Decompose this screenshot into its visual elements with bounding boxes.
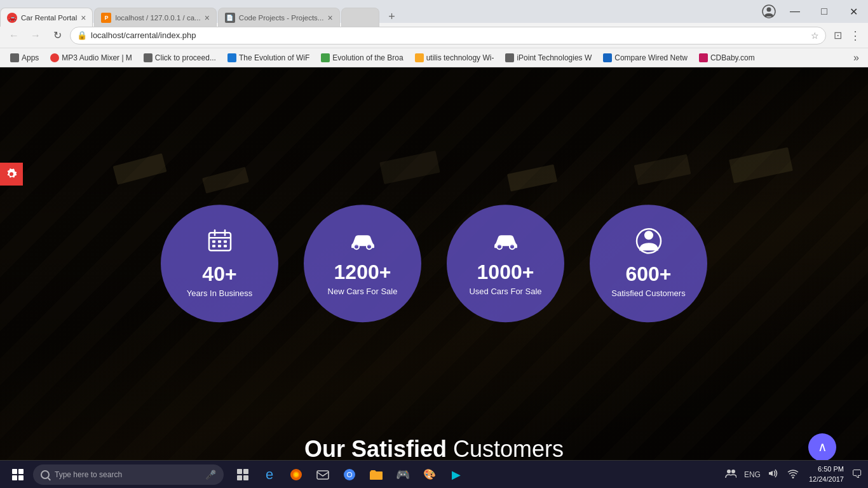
bookmark-favicon-ipoint [505,53,514,62]
taskbar-network-icon[interactable] [722,467,739,482]
bookmarks-more-button[interactable]: » [850,51,863,65]
back-button[interactable]: ← [5,27,23,44]
svg-point-16 [644,231,653,240]
svg-point-32 [792,477,794,478]
address-bar-actions: ⊡ ⋮ [830,28,863,43]
bookmark-click[interactable]: Click to proceed... [139,52,221,64]
firefox-icon [289,468,303,482]
tab-favicon-1: 🚗 [7,13,17,23]
svg-point-14 [497,245,502,250]
stat-used-cars: 1000+ Used Cars For Sale [447,205,564,322]
tab-code-projects[interactable]: 📄 Code Projects - Projects... × [218,8,340,27]
close-button[interactable]: ✕ [839,0,868,23]
svg-point-28 [348,473,351,477]
bookmark-compare[interactable]: Compare Wired Netw [598,52,693,64]
new-tab-button[interactable]: + [383,8,401,25]
profile-button[interactable] [757,0,780,23]
notification-button[interactable]: 🗨 [851,468,863,481]
chrome-button[interactable] [338,463,361,486]
scroll-to-top-button[interactable]: ∧ [808,433,836,461]
mail-button[interactable] [311,463,334,486]
mail-icon [316,468,330,482]
chevron-up-icon: ∧ [818,440,827,453]
cast-icon[interactable]: ⊡ [830,28,845,43]
windows-icon [12,469,24,480]
bookmark-label-utilis: utilis technology Wi- [426,53,494,62]
reload-button[interactable]: ↻ [48,27,66,44]
bookmark-favicon-cdbaby [699,53,708,62]
tab-localhost[interactable]: P localhost / 127.0.0.1 / ca... × [94,8,216,27]
maximize-button[interactable]: □ [810,0,839,23]
edge-browser-button[interactable]: e [258,463,281,486]
game-button[interactable]: 🎮 [391,463,414,486]
used-car-icon [492,230,520,257]
stat-label-used-cars: Used Cars For Sale [469,287,541,297]
bookmark-cdbaby[interactable]: CDBaby.com [694,52,760,64]
svg-point-12 [354,245,359,250]
website: 40+ Years In Business 1200+ [0,67,868,488]
menu-icon[interactable]: ⋮ [848,28,863,43]
taskbar-search-box[interactable]: Type here to search 🎤 [33,464,224,485]
tab-close-2[interactable]: × [205,13,210,23]
stat-new-cars: 1200+ New Cars For Sale [304,205,421,322]
tab-bar: 🚗 Car Rental Portal × P localhost / 127.… [0,0,757,23]
bookmark-wifi1[interactable]: The Evolution of WiF [222,52,315,64]
svg-rect-7 [218,241,221,243]
bookmark-utilis[interactable]: utilis technology Wi- [410,52,499,64]
bookmark-ipoint[interactable]: iPoint Technologies W [500,52,597,64]
bookmark-star-icon[interactable]: ☆ [811,30,819,41]
forward-button[interactable]: → [27,27,44,44]
tab-favicon-3: 📄 [225,13,235,23]
stat-number-new-cars: 1200+ [334,262,391,284]
speaker-icon [768,468,780,478]
photoshop-button[interactable]: 🎨 [418,463,441,486]
svg-point-13 [367,245,372,250]
gear-icon [5,168,18,180]
stat-number-used-cars: 1000+ [477,262,534,284]
task-view-button[interactable] [231,463,254,486]
language-icon[interactable]: ENG [742,469,763,480]
svg-rect-25 [317,471,329,479]
settings-button[interactable] [0,163,23,186]
calendar-icon [207,228,233,259]
url-bar[interactable]: 🔒 localhost/carrental/index.php ☆ [70,27,826,44]
url-text: localhost/carrental/index.php [91,30,807,40]
firefox-button[interactable] [285,463,308,486]
file-explorer-button[interactable] [365,463,388,486]
new-car-icon [349,230,377,257]
svg-rect-19 [243,469,248,474]
tab-close-3[interactable]: × [327,13,332,23]
chrome-icon [342,468,356,482]
title-bar: 🚗 Car Rental Portal × P localhost / 127.… [0,0,868,23]
stat-number-customers: 600+ [625,264,671,286]
tab-favicon-2: P [101,13,111,23]
satisfied-heading: Our Satisfied Customers [0,436,868,463]
volume-icon[interactable] [766,467,782,482]
bookmark-label-click: Click to proceed... [155,53,216,62]
customer-icon [635,228,662,259]
minimize-button[interactable]: — [780,0,810,23]
microphone-icon[interactable]: 🎤 [205,470,216,480]
start-button[interactable] [5,462,31,487]
tab-close-1[interactable]: × [81,13,86,23]
bookmark-mp3[interactable]: MP3 Audio Mixer | M [45,52,137,64]
satisfied-customers-section: Our Satisfied Customers [0,436,868,463]
svg-rect-6 [212,241,215,243]
tab-empty [341,8,379,27]
stats-section: 40+ Years In Business 1200+ [0,205,868,322]
svg-point-24 [294,473,298,477]
folder-icon [369,468,383,481]
wifi-network-icon[interactable] [785,467,801,482]
media-player-button[interactable]: ▶ [445,463,468,486]
stat-label-customers: Satisfied Customers [611,288,685,299]
taskbar-clock: 6:50 PM 12/24/2017 [804,464,849,484]
bookmark-label-cdbaby: CDBaby.com [710,53,755,62]
tab-car-rental[interactable]: 🚗 Car Rental Portal × [0,8,93,27]
bookmarks-bar: Apps MP3 Audio Mixer | M Click to procee… [0,48,868,67]
bookmark-apps[interactable]: Apps [5,52,44,64]
bookmark-label-wifi1: The Evolution of WiF [239,53,309,62]
satisfied-bold: Our Satisfied [304,436,447,462]
bookmark-favicon-apps [10,53,19,62]
bookmark-evolution[interactable]: Evolution of the Broa [316,52,408,64]
stat-years: 40+ Years In Business [161,205,278,322]
